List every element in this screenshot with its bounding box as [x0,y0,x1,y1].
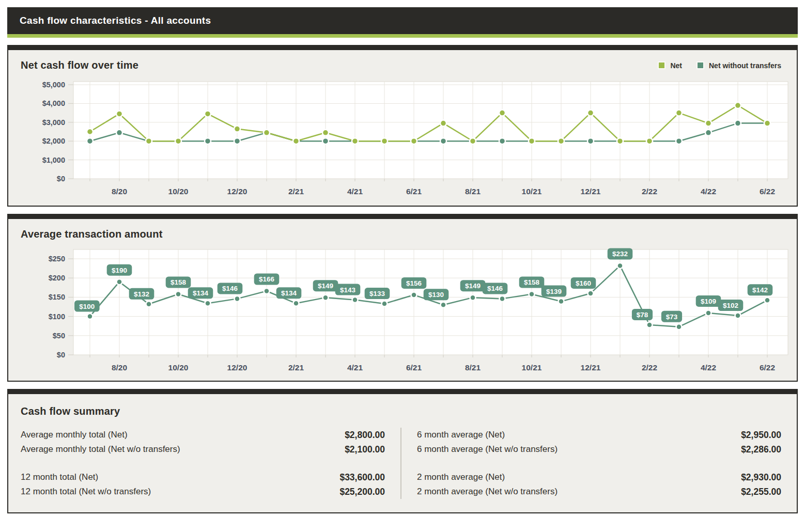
svg-text:$100: $100 [79,303,95,310]
svg-text:$158: $158 [524,278,540,286]
net-cash-flow-title: Net cash flow over time [21,59,138,71]
svg-text:$150: $150 [49,293,65,301]
svg-text:$78: $78 [637,311,648,319]
svg-text:6/21: 6/21 [406,187,422,196]
net-without-transfers-swatch-icon [696,61,704,69]
cash-flow-summary-panel: Cash flow summary Average monthly total … [7,389,798,513]
svg-text:$3,000: $3,000 [42,118,65,127]
svg-text:$5,000: $5,000 [42,81,65,89]
svg-text:$190: $190 [112,267,127,274]
avg-transaction-chart: $0$50$100$150$200$2508/2010/2012/202/214… [21,245,789,374]
summary-grid: Average monthly total (Net) $2,800.00 Av… [21,428,781,499]
avg-transaction-panel: Average transaction amount $0$50$100$150… [7,214,798,382]
svg-text:10/20: 10/20 [168,363,189,372]
svg-text:$4,000: $4,000 [42,99,65,107]
net-cash-flow-panel: Net cash flow over time Net Net without … [7,45,798,207]
summary-row-value: $25,200.00 [339,484,385,499]
svg-text:$139: $139 [546,288,562,295]
summary-row-label: 12 month total (Net w/o transfers) [21,484,151,499]
svg-text:8/21: 8/21 [465,187,481,196]
svg-text:4/22: 4/22 [701,363,716,372]
summary-title: Cash flow summary [21,405,788,417]
summary-row-label: 6 month average (Net w/o transfers) [417,442,558,457]
svg-text:8/20: 8/20 [112,363,127,372]
svg-text:4/21: 4/21 [347,363,363,372]
summary-row: Average monthly total (Net w/o transfers… [21,442,385,457]
summary-row: 2 month average (Net w/o transfers) $2,2… [417,484,781,499]
svg-text:$160: $160 [576,279,591,287]
summary-row: Average monthly total (Net) $2,800.00 [21,428,385,442]
summary-row-label: Average monthly total (Net w/o transfers… [21,442,180,457]
svg-text:12/20: 12/20 [227,187,247,196]
svg-text:8/20: 8/20 [112,187,127,196]
report-title: Cash flow characteristics - All accounts [20,15,211,26]
svg-text:$134: $134 [193,289,209,297]
svg-text:10/21: 10/21 [522,363,542,372]
svg-text:$102: $102 [723,302,738,309]
accent-bar [7,34,798,38]
summary-row-label: 2 month average (Net w/o transfers) [417,484,558,499]
svg-text:$146: $146 [222,285,238,292]
cash-flow-report: Cash flow characteristics - All accounts… [0,7,805,513]
summary-row-value: $2,930.00 [741,470,781,484]
svg-text:$130: $130 [428,291,444,299]
summary-row-label: 2 month average (Net) [417,470,505,484]
svg-text:$149: $149 [318,282,333,290]
svg-text:$200: $200 [49,274,65,282]
legend-item-net: Net [658,61,682,70]
summary-left-column: Average monthly total (Net) $2,800.00 Av… [21,428,385,499]
net-swatch-icon [658,61,665,69]
summary-row-value: $2,950.00 [741,428,781,442]
svg-text:10/21: 10/21 [522,187,542,196]
svg-text:$146: $146 [487,285,503,292]
svg-text:12/21: 12/21 [581,363,601,372]
svg-text:8/21: 8/21 [465,363,481,372]
avg-transaction-title: Average transaction amount [21,228,791,240]
svg-text:$1,000: $1,000 [42,156,65,164]
summary-row-value: $2,286.00 [741,442,781,457]
svg-text:$166: $166 [259,275,275,283]
svg-text:$143: $143 [340,286,356,294]
legend-net-label: Net [670,61,682,70]
svg-text:2/21: 2/21 [288,187,304,196]
summary-row-label: 12 month total (Net) [21,470,98,484]
summary-row: 12 month total (Net) $33,600.00 [21,470,385,484]
summary-divider [400,428,401,499]
summary-row-value: $2,100.00 [345,442,385,457]
svg-text:4/22: 4/22 [701,187,716,196]
summary-row: 2 month average (Net) $2,930.00 [417,470,781,484]
svg-text:$109: $109 [701,298,716,305]
summary-row: 6 month average (Net) $2,950.00 [417,428,781,442]
legend-item-net-without-transfers: Net without transfers [696,61,781,70]
svg-text:6/22: 6/22 [760,363,775,372]
svg-text:12/21: 12/21 [581,187,601,196]
svg-text:2/21: 2/21 [288,363,304,372]
summary-row: 12 month total (Net w/o transfers) $25,2… [21,484,385,499]
svg-text:$134: $134 [281,289,297,297]
svg-text:$50: $50 [53,332,65,340]
svg-text:4/21: 4/21 [347,187,363,196]
summary-row-value: $2,800.00 [345,428,385,442]
svg-text:$250: $250 [49,255,65,263]
summary-row-label: Average monthly total (Net) [21,428,128,442]
svg-text:2/22: 2/22 [642,363,657,372]
svg-text:$156: $156 [406,279,422,287]
svg-text:6/22: 6/22 [760,187,775,196]
summary-right-column: 6 month average (Net) $2,950.00 6 month … [417,428,781,499]
report-header: Cash flow characteristics - All accounts [7,7,798,34]
svg-text:$2,000: $2,000 [42,137,65,145]
svg-text:$232: $232 [612,250,628,258]
svg-text:6/21: 6/21 [406,363,422,372]
svg-text:10/20: 10/20 [168,187,189,196]
svg-text:$100: $100 [49,312,65,321]
svg-text:$73: $73 [666,313,678,321]
summary-row: 6 month average (Net w/o transfers) $2,2… [417,442,781,457]
svg-text:$132: $132 [134,290,149,298]
legend-net-without-transfers-label: Net without transfers [709,61,781,70]
net-cash-flow-panel-head: Net cash flow over time Net Net without … [21,59,781,71]
net-cash-flow-chart: $0$1,000$2,000$3,000$4,000$5,0008/2010/2… [21,76,789,199]
svg-text:12/20: 12/20 [227,363,247,372]
svg-text:$158: $158 [171,278,187,286]
svg-text:$0: $0 [57,175,65,183]
svg-text:$149: $149 [465,282,481,290]
